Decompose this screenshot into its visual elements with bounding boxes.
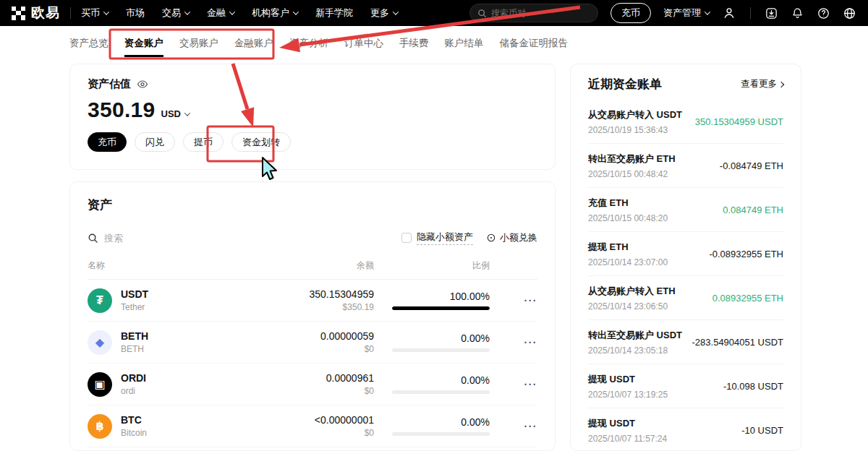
account-tab[interactable]: 账户结单 [445,26,484,61]
pair-search-box[interactable] [469,4,598,22]
action-button[interactable]: 充币 [88,132,127,152]
coin-fiat-value: $0 [237,428,374,438]
bill-amount: -10 USDT [741,425,783,436]
bill-title: 提现 ETH [588,241,668,254]
bill-amount: -0.08932955 ETH [709,249,783,259]
more-actions-icon[interactable]: ··· [524,337,538,348]
eye-icon[interactable] [137,79,148,90]
action-button[interactable]: 资金划转 [231,132,291,152]
bill-item[interactable]: 转出至交易账户 USDT 2025/10/14 23:05:18 -283.54… [588,320,783,364]
bill-title: 转出至交易账户 ETH [588,153,676,166]
bills-list: 从交易账户转入 USDT 2025/10/19 15:36:43 350.153… [588,100,783,451]
language-globe-icon[interactable] [843,7,856,20]
asset-management-menu[interactable]: 资产管理 [663,7,710,20]
chevron-down-icon [705,9,710,14]
account-tab[interactable]: 资金账户 [124,26,163,61]
bill-title: 充值 ETH [588,197,668,210]
asset-valuation-card: 资产估值 350.19 USD 充币 闪兑 提币 资金划转 [69,64,556,170]
coin-fiat-value: $350.19 [237,302,374,312]
coin-icon: ▣ [88,372,112,397]
bill-title: 从交易账户转入 USDT [588,108,682,121]
asset-row[interactable]: ₮ USDT Tether 350.15304959 $350.19 100.0… [88,280,537,322]
more-actions-icon[interactable]: ··· [524,421,538,432]
coin-balance: 350.15304959 [237,288,374,300]
download-app-icon[interactable] [765,7,778,20]
hide-small-assets-toggle[interactable]: 隐藏小额资产 [401,231,473,245]
top-menu-item[interactable]: 新手学院 [315,7,353,20]
bill-item[interactable]: 从交易账户转入 ETH 2025/10/14 23:06:50 0.089329… [588,276,783,320]
bill-item[interactable]: 提现 USDT 2025/10/07 13:19:25 -10.098 USDT [588,364,783,408]
valuation-actions: 充币 闪兑 提币 资金划转 [88,132,537,152]
more-actions-icon[interactable]: ··· [524,379,538,390]
bill-amount: 350.15304959 USDT [695,116,783,127]
top-menu-item[interactable]: 金融 [207,7,234,20]
coin-balance: <0.00000001 [237,414,374,426]
coin-ratio: 0.00% [374,416,490,428]
chevron-down-icon [184,9,190,14]
asset-row[interactable]: ▣ ORDI ordi 0.0000961 $0 0.00% ··· [88,364,537,405]
top-menu-item[interactable]: 买币 [81,7,109,20]
small-convert-link[interactable]: 小额兑换 [486,231,537,244]
bill-item[interactable]: 提现 USDT 2025/10/07 11:57:24 -10 USDT [588,408,783,451]
bill-amount: 0.08932955 ETH [712,293,783,304]
ratio-bar [392,306,490,310]
hide-small-label: 隐藏小额资产 [417,231,473,245]
bill-time: 2025/10/19 15:36:43 [588,125,682,135]
account-tab[interactable]: 储备金证明报告 [500,26,569,61]
account-tab[interactable]: 交易账户 [179,26,218,61]
coin-icon: ₮ [88,288,112,313]
top-menu-item[interactable]: 更多 [370,7,398,20]
hide-small-checkbox[interactable] [401,233,412,243]
asset-row[interactable]: ฿ BTC Bitcoin <0.00000001 $0 0.00% ··· [88,405,537,447]
action-button[interactable]: 闪兑 [135,132,175,152]
account-tab[interactable]: 手续费 [399,26,429,61]
chevron-down-icon [293,9,299,14]
deposit-button[interactable]: 充币 [610,3,651,23]
coin-symbol: BETH [121,330,148,342]
top-menu-item[interactable]: 交易 [162,7,190,20]
ratio-bar [392,390,490,394]
asset-search-input[interactable] [104,233,249,244]
coin-name: Tether [121,302,148,312]
bill-time: 2025/10/14 23:05:18 [588,345,682,356]
logo-text: 欧易 [31,4,60,22]
assets-card: 资产 隐藏小额资产 小额兑换 名称 余额 比例 ₮ [69,181,556,451]
bill-time: 2025/10/15 00:48:42 [588,169,676,179]
account-tab[interactable]: 资产分析 [289,26,328,61]
asset-search-box[interactable] [88,233,401,244]
more-actions-icon[interactable]: ··· [524,295,538,306]
top-nav: 欧易 买币 市场 交易 金融 机构客户 新手学院 更多 充币 资产管理 [0,0,868,26]
divider [70,7,71,19]
convert-icon [486,233,496,243]
valuation-title: 资产估值 [88,77,131,91]
action-button[interactable]: 提币 [183,132,224,152]
okx-logo-icon [12,7,25,20]
account-tab[interactable]: 订单中心 [344,26,383,61]
top-menu: 买币 市场 交易 金融 机构客户 新手学院 更多 [81,7,398,20]
coin-fiat-value: $0 [237,386,374,396]
ratio-bar [392,432,490,436]
bill-item[interactable]: 提现 ETH 2025/10/14 23:07:00 -0.08932955 E… [588,232,783,276]
user-icon[interactable] [722,6,736,20]
top-menu-item[interactable]: 机构客户 [252,7,298,20]
help-icon[interactable] [817,7,830,20]
bills-title: 近期资金账单 [588,76,662,93]
bill-time: 2025/10/15 00:48:20 [588,213,668,223]
bill-item[interactable]: 从交易账户转入 USDT 2025/10/19 15:36:43 350.153… [588,100,783,144]
asset-row[interactable]: ◆ BETH BETH 0.00000059 $0 0.00% ··· [88,322,537,364]
valuation-currency-select[interactable]: USD [161,108,190,119]
okx-logo[interactable]: 欧易 [12,4,60,22]
bill-item[interactable]: 转出至交易账户 ETH 2025/10/15 00:48:42 -0.08474… [588,144,783,188]
view-more-link[interactable]: 查看更多 [741,78,783,90]
pair-search-input[interactable] [491,8,578,18]
coin-ratio: 100.00% [374,291,490,302]
top-menu-item[interactable]: 市场 [126,7,145,20]
bill-item[interactable]: 充值 ETH 2025/10/15 00:48:20 0.084749 ETH [588,188,783,232]
notifications-bell-icon[interactable] [791,7,804,20]
recent-bills-card: 近期资金账单 查看更多 从交易账户转入 USDT 2025/10/19 15:3… [570,64,801,451]
ratio-bar [392,348,490,352]
divider [750,7,751,19]
coin-ratio: 0.00% [374,332,490,344]
account-tab[interactable]: 资产总览 [69,26,109,61]
account-tab[interactable]: 金融账户 [234,26,273,61]
